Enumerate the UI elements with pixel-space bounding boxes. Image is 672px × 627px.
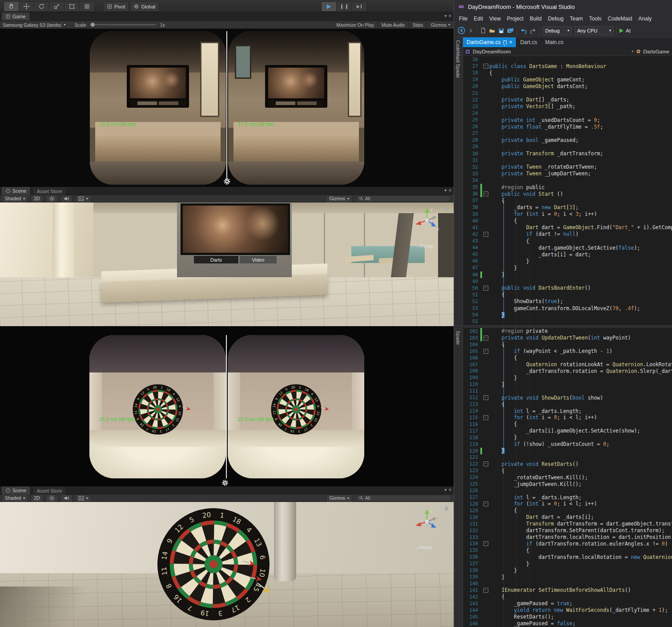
- scene-orientation-gizmo[interactable]: y x z: [413, 206, 441, 235]
- fold-marker[interactable]: −: [482, 191, 489, 196]
- save-all-button[interactable]: [507, 27, 514, 34]
- collapse-icon[interactable]: −: [483, 232, 488, 237]
- fold-marker[interactable]: −: [482, 588, 489, 593]
- effects-dropdown-button[interactable]: ▾: [75, 195, 91, 202]
- open-file-button[interactable]: [489, 28, 495, 34]
- tab-dart-cs[interactable]: Dart.cs: [517, 37, 541, 47]
- fold-marker[interactable]: −: [482, 415, 489, 420]
- scale-slider-knob[interactable]: [91, 23, 95, 27]
- scene-gizmos-dropdown[interactable]: Gizmos ▾: [326, 195, 352, 202]
- collapse-icon[interactable]: −: [483, 395, 488, 400]
- rect-tool-button[interactable]: [64, 1, 80, 12]
- undo-button[interactable]: [520, 28, 527, 34]
- collapse-icon[interactable]: −: [483, 349, 488, 354]
- code-editor-bottom[interactable]: 102 #region private103− private void Upd…: [463, 328, 672, 627]
- menu-icon[interactable]: ≡: [449, 188, 451, 193]
- close-icon[interactable]: ×: [509, 39, 512, 45]
- fold-marker[interactable]: −: [482, 232, 489, 237]
- rotate-tool-button[interactable]: [34, 1, 49, 12]
- pin-icon[interactable]: [503, 40, 507, 44]
- chevron-down-icon[interactable]: ▾: [444, 487, 447, 492]
- play-button[interactable]: [321, 1, 337, 12]
- codemaid-spade-tab[interactable]: CodeMaid Spade: [454, 37, 463, 325]
- scale-slider[interactable]: [90, 24, 157, 25]
- menu-analy[interactable]: Analy: [635, 16, 655, 22]
- tab-asset-store[interactable]: Asset Store: [33, 187, 67, 195]
- menu-project[interactable]: Project: [504, 16, 527, 22]
- scene-view-room[interactable]: Darts Video y x z ‹ Persp: [0, 202, 454, 326]
- effects-dropdown-button[interactable]: ▾: [75, 494, 91, 502]
- maximize-on-play-button[interactable]: Maximize On Play: [332, 21, 378, 28]
- collapse-icon[interactable]: −: [483, 64, 488, 69]
- shading-mode-dropdown[interactable]: Shaded ▾: [2, 195, 28, 202]
- perspective-label[interactable]: ‹ Persp: [416, 545, 432, 550]
- collapse-icon[interactable]: −: [483, 502, 488, 506]
- gear-icon[interactable]: [221, 479, 229, 486]
- redo-button[interactable]: [530, 28, 537, 34]
- audio-toggle-button[interactable]: [60, 494, 72, 502]
- fold-marker[interactable]: −: [482, 64, 489, 69]
- fold-marker[interactable]: −: [482, 349, 489, 354]
- pause-button[interactable]: [337, 1, 352, 12]
- fold-marker[interactable]: −: [482, 541, 489, 546]
- collapse-icon[interactable]: −: [483, 191, 488, 196]
- solution-platform-dropdown[interactable]: Any CPU ▾: [575, 26, 614, 35]
- menu-edit[interactable]: Edit: [471, 16, 486, 22]
- code-editor-top[interactable]: 1617−public class DartsGame : MonoBehavi…: [463, 56, 672, 325]
- stats-button[interactable]: Stats: [408, 21, 427, 28]
- menu-file[interactable]: File: [456, 16, 471, 22]
- project-dropdown[interactable]: DayDreamRoom ▾: [473, 49, 633, 54]
- tab-scene[interactable]: Scene: [2, 187, 31, 195]
- lighting-toggle-button[interactable]: [46, 195, 58, 202]
- fold-marker[interactable]: −: [482, 336, 489, 340]
- perspective-label[interactable]: ‹ Persp: [417, 243, 433, 249]
- attach-button[interactable]: At: [620, 28, 631, 33]
- menu-codemaid[interactable]: CodeMaid: [605, 16, 636, 22]
- menu-team[interactable]: Team: [567, 16, 586, 22]
- mute-audio-button[interactable]: Mute Audio: [378, 21, 409, 28]
- menu-debug[interactable]: Debug: [545, 16, 567, 22]
- collapse-icon[interactable]: −: [483, 415, 488, 420]
- tab-main-cs[interactable]: Main.cs: [542, 37, 567, 47]
- game-view-vr-darts[interactable]: 2011841361015217319716811149125 25.3 ms …: [0, 326, 454, 486]
- menu-tools[interactable]: Tools: [586, 16, 605, 22]
- save-button[interactable]: [498, 28, 504, 34]
- audio-toggle-button[interactable]: [60, 195, 72, 202]
- solution-config-dropdown[interactable]: Debug ▾: [543, 26, 572, 35]
- lock-icon[interactable]: [444, 205, 449, 210]
- 2d-toggle-button[interactable]: 2D: [31, 195, 43, 202]
- codemaid-spade-tab[interactable]: Spade: [454, 328, 463, 627]
- collapse-icon[interactable]: −: [483, 336, 488, 340]
- menu-build[interactable]: Build: [527, 16, 545, 22]
- lighting-toggle-button[interactable]: [46, 494, 58, 502]
- global-toggle-button[interactable]: Global: [130, 1, 159, 12]
- fold-marker[interactable]: −: [482, 395, 489, 400]
- menu-icon[interactable]: ≡: [449, 13, 451, 18]
- member-dropdown[interactable]: DartsGame: [636, 49, 670, 54]
- game-view-vr-room[interactable]: 17.3 ms (58 fps) 17.3 ms (: [0, 29, 454, 187]
- gear-icon[interactable]: [223, 178, 231, 185]
- tab-game[interactable]: Game: [2, 12, 30, 20]
- transform-tool-button[interactable]: [80, 1, 95, 12]
- fold-marker[interactable]: −: [482, 502, 489, 506]
- vs-title-bar[interactable]: ∞ DayDreamRoom - Microsoft Visual Studio: [454, 0, 672, 13]
- collapse-icon[interactable]: −: [483, 588, 488, 593]
- navigate-back-button[interactable]: [458, 27, 465, 34]
- fold-marker[interactable]: −: [482, 286, 489, 291]
- scene-gizmos-dropdown[interactable]: Gizmos ▾: [326, 494, 352, 502]
- fold-marker[interactable]: −: [482, 461, 489, 466]
- scene-view-dartboard[interactable]: 2011841361015217319716811149125 y x z ‹: [0, 502, 454, 627]
- lock-icon[interactable]: [444, 506, 449, 511]
- collapse-icon[interactable]: −: [483, 541, 488, 546]
- tab-asset-store[interactable]: Asset Store: [33, 487, 67, 495]
- collapse-icon[interactable]: −: [483, 461, 488, 466]
- chevron-down-icon[interactable]: ▾: [444, 188, 447, 193]
- darts-button[interactable]: Darts: [194, 256, 238, 263]
- navigate-forward-button[interactable]: [468, 28, 474, 34]
- scene-search-field[interactable]: All: [356, 195, 451, 202]
- scene-search-field[interactable]: All: [356, 495, 451, 502]
- scene-orientation-gizmo[interactable]: y x z: [413, 507, 441, 536]
- step-button[interactable]: [352, 1, 367, 12]
- menu-icon[interactable]: ≡: [449, 487, 451, 492]
- new-file-button[interactable]: [480, 27, 486, 34]
